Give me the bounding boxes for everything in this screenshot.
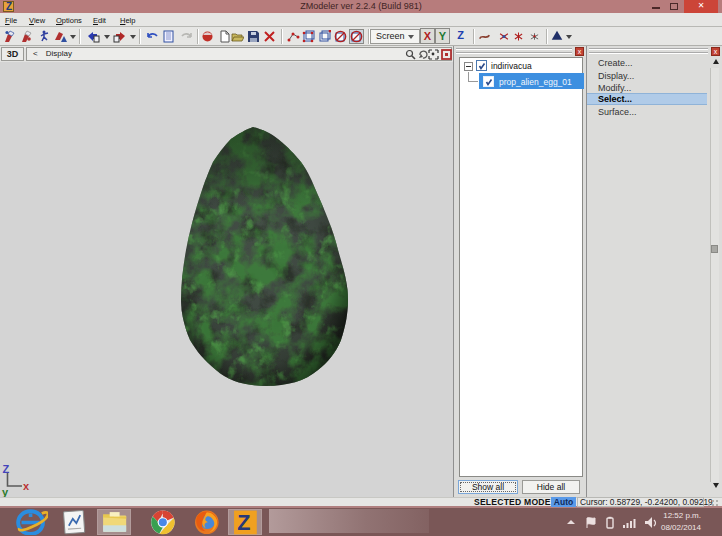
svg-text:x: x bbox=[23, 480, 30, 492]
svg-text:Z: Z bbox=[3, 463, 10, 475]
svg-text:y: y bbox=[2, 486, 9, 497]
svg-text:Z: Z bbox=[237, 510, 250, 535]
